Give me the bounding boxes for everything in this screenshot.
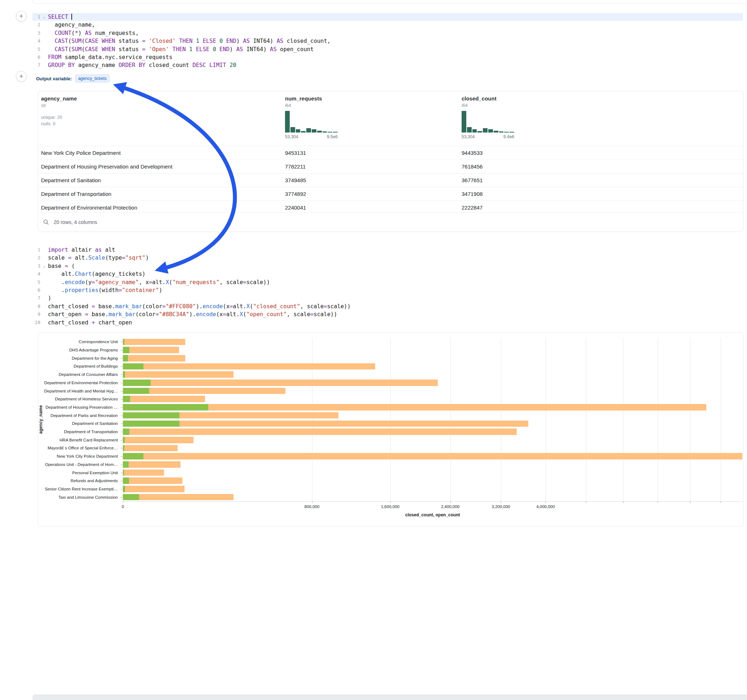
histogram-bar [328,132,332,133]
python-code-line[interactable]: 4 alt.Chart(agency_tickets) [32,270,743,278]
sql-code-line[interactable]: 6FROM sample_data.nyc.service_requests [32,53,743,61]
table-cell: 9453131 [285,146,306,160]
fold-spacer [40,254,48,262]
chart-output: agency_name Correspondence UnitDHS Advan… [38,332,743,527]
table-cell: 7618456 [461,160,482,173]
search-icon[interactable] [43,219,49,225]
y-axis-label: Senior Citizen Rent Increase Exempti… [45,487,118,491]
bar-open_count [123,380,151,386]
table-row[interactable]: New York City Police Department945313194… [38,146,743,160]
gridline [721,338,721,501]
line-number: 9 [32,311,40,318]
code-text: SELECT [48,13,743,21]
y-tick [121,366,122,367]
x-tick [623,501,623,503]
python-code-line[interactable]: 8chart_closed = base.mark_bar(color="#FF… [32,302,743,311]
code-text: CAST(SUM(CASE WHEN status = 'Closed' THE… [48,37,743,45]
sql-code-line[interactable]: 3 COUNT(*) AS num_requests, [32,29,743,37]
sql-code-line[interactable]: 7GROUP BY agency_name ORDER BY closed_co… [32,61,743,69]
column-header-closed-count[interactable]: closed_count i64 53,304 9.4e6 [461,95,514,139]
line-number: 8 [32,302,40,311]
python-code-line[interactable]: 10chart_closed + chart_open [32,319,743,327]
histogram-bar [312,129,316,133]
bar-closed_count [123,347,179,353]
fold-spacer [40,270,48,278]
histogram-min-label: 53,304 [285,134,298,139]
add-cell-button-output[interactable]: + [16,71,27,82]
code-text: .encode(y="agency_name", x=alt.X("num_re… [48,278,743,286]
fold-spacer [40,37,48,45]
line-number: 6 [32,286,40,294]
table-cell: New York City Police Department [41,146,121,160]
bar-open_count [123,363,144,370]
bar-closed_count [123,494,233,501]
histogram-bar [478,131,482,133]
bar-open_count [123,339,124,345]
line-number: 10 [32,319,40,327]
python-code-line[interactable]: 3⌄base = ( [32,262,743,270]
y-tick [121,465,122,465]
code-text: agency_name, [48,21,743,29]
python-code-line[interactable]: 9chart_open = base.mark_bar(color="#8BC3… [32,311,743,318]
bar-closed_count [123,363,375,370]
bar-open_count [123,371,125,378]
python-code-line[interactable]: 1import altair as alt [32,246,743,254]
gridline [658,338,658,501]
histogram-bar [467,127,472,133]
x-tick [658,501,658,503]
table-row[interactable]: Department of Housing Preservation and D… [38,160,743,173]
line-number: 7 [32,61,40,69]
python-editor[interactable]: 1import altair as alt2scale = alt.Scale(… [32,246,743,327]
y-tick [121,489,122,489]
bar-open_count [123,396,130,402]
sql-code-line[interactable]: 2 agency_name, [32,21,743,29]
column-type: str [41,103,77,108]
python-code-line[interactable]: 2scale = alt.Scale(type="sqrt") [32,254,743,262]
table-row-count: 20 rows, 4 columns [54,219,97,225]
x-axis-label: 3,200,000 [492,504,510,509]
gridline [586,338,586,501]
histogram-bar [472,129,477,133]
code-text: import altair as alt [48,246,743,254]
x-tick [690,501,690,503]
python-code-line[interactable]: 5 .encode(y="agency_name", x=alt.X("num_… [32,278,743,286]
fold-chevron-icon[interactable]: ⌄ [40,13,48,21]
x-tick [721,501,721,503]
table-row[interactable]: Department of Transportation377489234719… [38,187,743,201]
column-name: num_requests [285,95,338,101]
column-histogram [461,111,514,133]
output-variable-badge[interactable]: agency_tickets [75,74,110,83]
y-tick [121,448,122,448]
bar-closed_count [123,428,517,435]
x-tick [451,501,451,503]
gridline [312,338,312,501]
python-code-line[interactable]: 6 .properties(width="container") [32,286,743,294]
sql-editor[interactable]: 1⌄SELECT 2 agency_name,3 COUNT(*) AS num… [32,13,743,69]
y-axis-label: Personal Exemption Unit [72,471,118,475]
y-tick [121,374,122,375]
python-code-line[interactable]: 7) [32,294,743,302]
column-header-agency-name[interactable]: agency_name str unique: 20 nulls: 0 [41,95,77,127]
histogram-bar [488,129,493,133]
table-row[interactable]: Department of Sanitation37494853677651 [38,173,743,187]
code-text: base = ( [48,262,743,270]
y-axis: Correspondence UnitDHS Advantage Program… [38,333,123,506]
column-type: i64 [461,103,514,108]
bar-open_count [123,355,128,362]
bar-open_count [123,412,180,419]
bar-open_count [123,437,125,443]
add-cell-button-top[interactable]: + [16,11,27,22]
bar-open_count [123,347,129,353]
column-header-num-requests[interactable]: num_requests i64 53,304 9.5e6 [285,95,338,139]
sql-code-line[interactable]: 5 CAST(SUM(CASE WHEN status = 'Open' THE… [32,45,743,53]
text-cursor [71,14,72,20]
column-null-count: nulls: 0 [41,121,77,127]
x-tick [123,501,123,503]
sql-code-line[interactable]: 1⌄SELECT [32,13,743,21]
code-text: .properties(width="container") [48,286,743,294]
sql-code-line[interactable]: 4 CAST(SUM(CASE WHEN status = 'Closed' T… [32,37,743,45]
histogram-max-label: 9.5e6 [327,134,338,139]
y-tick [121,440,122,441]
histogram-bar [301,131,305,133]
fold-chevron-icon[interactable]: ⌄ [40,262,48,270]
